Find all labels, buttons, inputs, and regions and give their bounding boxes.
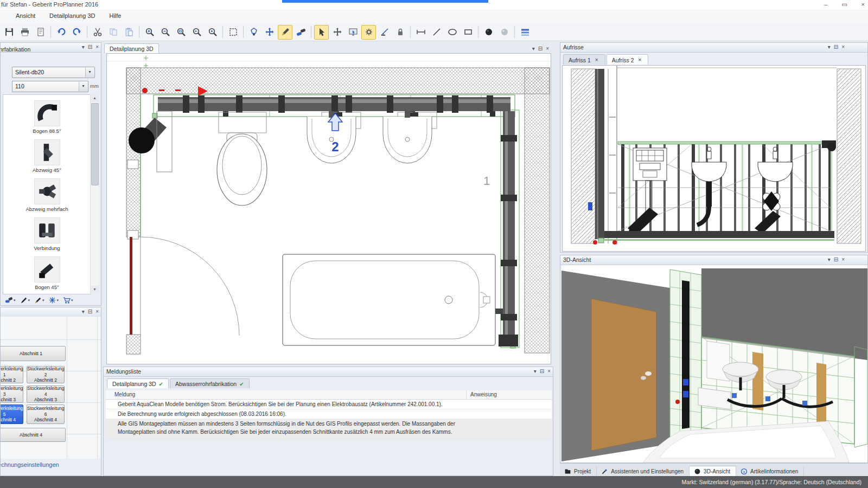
menu-item-ansicht[interactable]: Ansicht bbox=[9, 9, 42, 23]
section-cell[interactable]: Stockwerksleitung 4Abschnitt 3 bbox=[27, 386, 65, 403]
screen-select-button[interactable] bbox=[346, 25, 360, 40]
chevron-down-icon[interactable]: ▾ bbox=[82, 308, 85, 316]
document-button[interactable] bbox=[33, 25, 48, 40]
diameter-select[interactable]: 110 ▾ bbox=[12, 81, 88, 92]
pin-icon[interactable]: ⊟ bbox=[88, 308, 92, 316]
message-row[interactable]: Alle GIS Montageplatten müssen an mindes… bbox=[106, 419, 552, 439]
draw-ellipse-button[interactable] bbox=[445, 25, 459, 40]
measure-button[interactable] bbox=[278, 25, 292, 40]
pen-tool-button[interactable]: ▾ bbox=[18, 295, 31, 305]
cut-button[interactable] bbox=[90, 25, 105, 40]
section-header-button[interactable]: Abschnitt 1 bbox=[1, 346, 66, 361]
section-footer-button[interactable]: Abschnitt 4 bbox=[1, 428, 66, 442]
pin-icon[interactable]: ⊟ bbox=[540, 368, 544, 375]
dock-tab-artikelinformationen[interactable]: Artikelinformationen bbox=[736, 466, 804, 477]
zoom-window-button[interactable] bbox=[174, 25, 188, 40]
pin-icon[interactable]: ⊟ bbox=[834, 256, 838, 264]
close-icon[interactable]: × bbox=[547, 368, 551, 375]
maximize-button[interactable]: ▭ bbox=[841, 0, 847, 9]
paste-button[interactable] bbox=[122, 25, 136, 40]
render-gray-button[interactable] bbox=[497, 25, 512, 40]
pin-icon[interactable]: ⊟ bbox=[834, 43, 838, 51]
close-icon[interactable]: × bbox=[593, 56, 600, 63]
scrollbar-thumb[interactable] bbox=[91, 103, 99, 185]
draw-line-button[interactable] bbox=[429, 25, 444, 40]
print-button[interactable] bbox=[17, 25, 32, 40]
pipe-system-select[interactable]: Silent-db20 ▾ bbox=[12, 67, 95, 78]
chevron-down-icon[interactable]: ▾ bbox=[79, 82, 87, 91]
chevron-down-icon[interactable]: ▾ bbox=[534, 368, 537, 375]
zoom-out-button[interactable] bbox=[158, 25, 173, 40]
pan-button[interactable] bbox=[262, 25, 277, 40]
dock-tab-projekt[interactable]: Projekt bbox=[560, 466, 597, 477]
chevron-down-icon[interactable]: ▾ bbox=[828, 256, 831, 264]
close-icon[interactable]: × bbox=[95, 43, 99, 51]
message-row[interactable]: Geberit AquaClean Modelle benötigen Stro… bbox=[106, 400, 552, 409]
pen2-tool-button[interactable]: ▾ bbox=[33, 295, 46, 305]
render-black-button[interactable] bbox=[481, 25, 496, 40]
part-item-bogen-88-5-[interactable]: Bogen 88.5° bbox=[3, 100, 91, 134]
elevation-canvas[interactable] bbox=[562, 65, 866, 252]
save-button[interactable] bbox=[2, 25, 16, 40]
section-cell[interactable]: Stockwerksleitung 5Abschnitt 4 bbox=[1, 404, 23, 424]
undo-button[interactable] bbox=[54, 25, 68, 40]
minimize-button[interactable]: – bbox=[824, 0, 827, 9]
draw-rect-button[interactable] bbox=[461, 25, 475, 40]
message-tab-detailplanung-3d[interactable]: Detailplanung 3D✔ bbox=[107, 378, 169, 388]
section-cell[interactable]: Stockwerksleitung 2Abschnitt 2 bbox=[27, 366, 65, 383]
dock-tab-3d-ansicht[interactable]: 3D-Ansicht bbox=[690, 466, 736, 477]
message-tab-abwasserrohrfabrikation[interactable]: Abwasserrohrfabrikation✔ bbox=[170, 378, 250, 388]
scroll-up-icon[interactable]: ▲ bbox=[91, 94, 99, 102]
parts-scrollbar[interactable]: ▲ ▼ bbox=[90, 94, 99, 293]
floorplan-canvas[interactable]: 2 1 bbox=[106, 53, 551, 364]
section-cell[interactable]: Stockwerksleitung 6Abschnitt 4 bbox=[27, 404, 65, 424]
menu-item-hilfe[interactable]: Hilfe bbox=[102, 9, 128, 23]
close-button[interactable]: × bbox=[861, 0, 865, 9]
part-item-bogen-45-[interactable]: Bogen 45° bbox=[3, 256, 91, 290]
dimension-angle-button[interactable] bbox=[377, 25, 392, 40]
cart-tool-icon bbox=[62, 296, 71, 304]
move-button[interactable] bbox=[330, 25, 344, 40]
layers-button[interactable] bbox=[518, 25, 532, 40]
lock-button[interactable] bbox=[393, 25, 407, 40]
calculation-settings-link[interactable]: Berechnungseinstellungen bbox=[1, 461, 59, 468]
redo-button[interactable] bbox=[69, 25, 84, 40]
chevron-down-icon[interactable]: ▾ bbox=[85, 68, 94, 77]
copy-button[interactable] bbox=[106, 25, 120, 40]
message-row[interactable]: Die Berechnung wurde erfolgreich abgesch… bbox=[106, 409, 552, 419]
part-item-abzweig-45-[interactable]: Abzweig 45° bbox=[3, 139, 91, 173]
dimension-line-button[interactable] bbox=[413, 25, 428, 40]
close-icon[interactable]: × bbox=[841, 43, 845, 51]
chevron-down-icon[interactable]: ▾ bbox=[828, 43, 831, 51]
snap-tool-button[interactable]: ▾ bbox=[47, 295, 60, 305]
pin-icon[interactable]: ⊟ bbox=[88, 43, 92, 51]
close-icon[interactable]: × bbox=[546, 45, 549, 53]
cart-tool-button[interactable]: ▾ bbox=[61, 295, 74, 305]
settings-button[interactable] bbox=[361, 25, 376, 40]
view3d-canvas[interactable] bbox=[561, 265, 867, 463]
scroll-down-icon[interactable]: ▼ bbox=[91, 286, 99, 293]
zoom-all-button[interactable] bbox=[205, 25, 220, 40]
section-cell[interactable]: Stockwerksleitung 1Abschnitt 2 bbox=[1, 366, 23, 383]
elevation-tab-aufriss-2[interactable]: Aufriss 2× bbox=[607, 54, 649, 65]
close-icon[interactable]: × bbox=[95, 308, 99, 316]
orbit-button[interactable] bbox=[246, 25, 261, 40]
chevron-down-icon[interactable]: ▾ bbox=[82, 43, 85, 51]
fitting-tool-button[interactable]: ▾ bbox=[4, 295, 17, 305]
pipe-route-button[interactable] bbox=[293, 25, 308, 40]
section-cell[interactable]: Stockwerksleitung 3Abschnitt 3 bbox=[1, 386, 23, 403]
close-icon[interactable]: × bbox=[841, 256, 845, 264]
chevron-down-icon[interactable]: ▾ bbox=[532, 45, 535, 53]
menu-item-detailplanung-3d[interactable]: Detailplanung 3D bbox=[42, 9, 102, 23]
tab-detailplanung-3d[interactable]: Detailplanung 3D bbox=[104, 43, 159, 53]
close-icon[interactable]: × bbox=[637, 56, 643, 63]
elevation-tab-aufriss-1[interactable]: Aufriss 1× bbox=[563, 54, 605, 65]
zoom-previous-button[interactable] bbox=[189, 25, 204, 40]
pin-icon[interactable]: ⊟ bbox=[538, 45, 542, 53]
zoom-in-button[interactable] bbox=[142, 25, 157, 40]
part-item-abzweig-mehrfach[interactable]: Abzweig mehrfach bbox=[3, 178, 91, 212]
fit-selection-button[interactable] bbox=[226, 25, 240, 40]
part-item-verbindung[interactable]: Verbindung bbox=[3, 217, 91, 251]
dock-tab-assistenten-und-einstellungen[interactable]: Assistenten und Einstellungen bbox=[597, 466, 690, 477]
select-button[interactable] bbox=[314, 25, 329, 40]
